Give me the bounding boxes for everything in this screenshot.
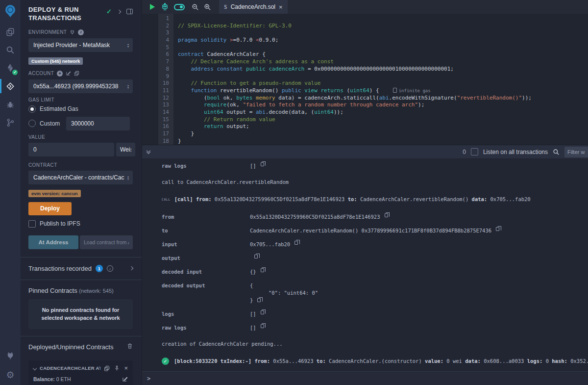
estimated-gas-radio[interactable]: Estimated Gas [28, 105, 133, 113]
value-input[interactable] [28, 143, 114, 156]
checkbox-icon[interactable] [28, 220, 36, 228]
plugin-manager-icon[interactable] [0, 346, 21, 364]
edit-icon[interactable] [122, 376, 128, 382]
search-icon[interactable] [0, 41, 21, 59]
code-line: // Declare Cadence Arch's address as a c… [178, 58, 588, 66]
custom-gas-radio[interactable]: Custom [28, 117, 133, 130]
copy-account-icon[interactable] [74, 71, 79, 76]
terminal-message: creation of CadenceArchCaler pending... [162, 340, 583, 348]
listen-count: 0 [463, 149, 466, 155]
search-transactions-icon[interactable] [553, 149, 560, 155]
at-address-input[interactable] [80, 235, 133, 249]
ai-robot-icon[interactable] [161, 3, 169, 11]
copy-icon[interactable] [254, 255, 258, 258]
terminal-log[interactable]: raw logs[]call to CadenceArchCaler.rever… [142, 158, 588, 371]
copilot-toggle-icon[interactable] [174, 4, 185, 10]
copy-icon[interactable] [261, 162, 264, 166]
compile-success-badge: ✓ [12, 70, 18, 75]
info-icon[interactable]: i [107, 265, 113, 272]
listen-label: Listen on all transactions [483, 149, 548, 155]
listen-checkbox[interactable] [471, 148, 478, 155]
terminal-message: call to CadenceArchCaler.revertibleRando… [162, 179, 583, 186]
copy-icon[interactable] [294, 241, 298, 245]
file-explorer-icon[interactable] [0, 23, 21, 41]
git-icon[interactable] [0, 113, 21, 131]
debugger-icon[interactable] [0, 95, 21, 113]
line-number: 16 [158, 123, 169, 130]
sign-message-icon[interactable] [66, 71, 71, 76]
at-address-button[interactable]: At Address [28, 235, 78, 249]
close-icon[interactable]: × [124, 366, 128, 371]
copy-icon[interactable] [385, 213, 388, 217]
pin-icon[interactable] [114, 365, 120, 371]
environment-select[interactable]: Injected Provider - MetaMask ▴▾ [28, 38, 133, 52]
run-script-icon[interactable] [150, 4, 155, 10]
line-number: 4 [158, 37, 169, 44]
zoom-out-icon[interactable] [192, 3, 199, 11]
terminal-prompt[interactable]: > [142, 371, 588, 385]
remix-logo-icon[interactable] [0, 0, 21, 23]
line-number: 11 [158, 87, 169, 95]
code-line: (bool ok, bytes memory data) = cadenceAr… [178, 95, 588, 102]
terminal-row-output: output [162, 255, 583, 262]
code-line: contract CadenceArchCaler { [178, 51, 588, 58]
expand-transactions-icon[interactable] [129, 266, 133, 270]
pin-panel-icon[interactable] [126, 9, 133, 14]
trash-icon[interactable] [127, 343, 133, 349]
copy-icon[interactable] [257, 298, 261, 302]
deploy-run-icon[interactable] [0, 77, 21, 95]
terminal-row-from: from0x55a1320D432759960C5Df0215a8dF78e1E… [162, 213, 583, 221]
settings-icon[interactable]: ⚙ [0, 364, 21, 385]
publish-ipfs-row[interactable]: Publish to IPFS [28, 220, 133, 228]
transactions-recorded-row: Transactions recorded 1 i [28, 257, 133, 280]
deploy-button[interactable]: Deploy [28, 202, 72, 215]
deployed-contract-name: CADENCEARCHCALER AT 0) [40, 365, 100, 371]
code-line [178, 73, 588, 80]
filter-input[interactable] [564, 147, 588, 157]
copy-icon[interactable] [261, 324, 264, 328]
account-select[interactable]: 0x55a...46923 (999.9999453238 ▴▾ [28, 79, 133, 93]
info-icon[interactable]: i [78, 29, 84, 35]
line-number: 3 [158, 29, 169, 37]
contract-select[interactable]: CadenceArchCaler - contracts/Cac ▴▾ [28, 171, 133, 184]
gutter: 123456789101112131415161718 [158, 14, 173, 145]
code-line: // Function to get a pseudo-random value [178, 80, 588, 87]
terminal-call-summary: call[call] from: 0x55a1320D432759960C5Df… [162, 196, 583, 204]
solidity-compiler-icon[interactable]: ✓ [0, 59, 21, 77]
line-number: 8 [158, 66, 169, 73]
deployed-contracts-title: Deployed/Unpinned Contracts [28, 336, 113, 356]
code-line: } [178, 138, 588, 145]
copy-icon[interactable] [496, 227, 499, 231]
code-line: return output; [178, 123, 588, 130]
code-line: uint64 output = abi.decode(data, (uint64… [178, 109, 588, 116]
collapse-terminal-icon[interactable] [147, 151, 150, 154]
code-line: require(ok, "failed to fetch a random nu… [178, 102, 588, 109]
copy-icon[interactable] [261, 268, 264, 272]
line-number: 9 [158, 73, 169, 80]
zoom-in-icon[interactable] [204, 3, 211, 11]
copy-icon[interactable] [261, 310, 264, 314]
line-number: 5 [158, 44, 169, 51]
terminal-row-raw-logs: raw logs[] [162, 324, 583, 332]
environment-label: ENVIRONMENT i [28, 29, 133, 35]
chevron-right-icon[interactable] [117, 9, 121, 13]
select-arrows-icon: ▴▾ [127, 175, 129, 180]
contract-label: CONTRACT [28, 162, 133, 168]
terminal-row-decoded-input: decoded input{} [162, 268, 583, 276]
copy-icon[interactable] [104, 365, 110, 371]
code-editor[interactable]: 123456789101112131415161718 // SPDX-Lice… [142, 14, 588, 145]
check-icon: ✓ [106, 8, 112, 15]
close-tab-icon[interactable]: × [279, 3, 283, 11]
line-number: 2 [158, 23, 169, 30]
terminal-tx-success: ✓[block:5033220 txIndex:-] from: 0x55a..… [162, 358, 583, 365]
value-unit-select[interactable]: Wei ▴▾ [116, 143, 135, 156]
fork-icon[interactable] [70, 29, 75, 35]
call-badge: call [162, 198, 171, 202]
icon-rail: ✓ ⚙ [0, 0, 21, 385]
add-account-icon[interactable]: + [57, 71, 63, 77]
terminal-row-logs: logs[] [162, 310, 583, 318]
collapse-icon[interactable] [33, 366, 37, 370]
custom-gas-input[interactable] [66, 117, 130, 130]
terminal-row-decoded-output: decoded output{ "0": "uint64: 0"} [162, 282, 583, 304]
tab-cadencearch[interactable]: S CadenceArch.sol × [219, 0, 288, 14]
